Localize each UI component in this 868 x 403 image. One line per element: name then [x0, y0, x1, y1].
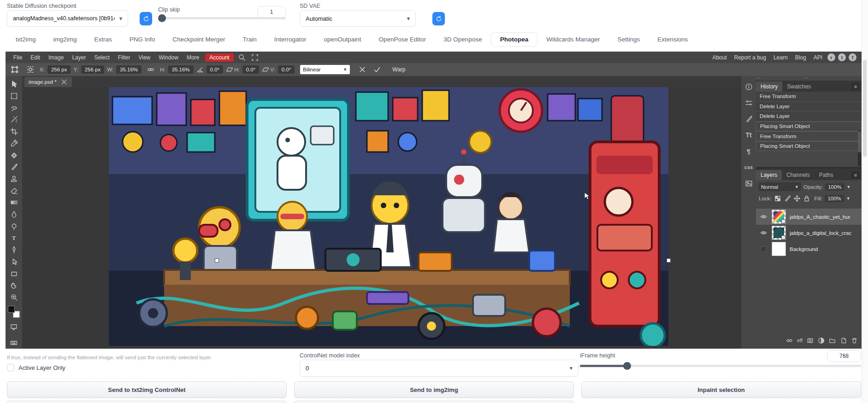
history-tab-swatches[interactable]: Swatches	[782, 82, 815, 92]
history-item[interactable]: Placing Smart Object	[756, 122, 862, 132]
link-icon[interactable]	[786, 337, 793, 344]
account-menu-item[interactable]: Account	[205, 53, 233, 62]
facebook-icon[interactable]: f	[849, 53, 856, 61]
sd-vae-select[interactable]: Automatic ▼	[300, 10, 416, 27]
tab-extensions[interactable]: Extensions	[649, 33, 697, 46]
menu-layer[interactable]: Layer	[68, 54, 90, 61]
fullscreen-icon[interactable]	[248, 54, 261, 61]
skew-v-field[interactable]: 0.0°	[278, 65, 295, 74]
fill-field[interactable]: 100%	[825, 195, 844, 202]
character-panel-icon[interactable]: Tt	[743, 130, 754, 140]
tab-txt2img[interactable]: txt2img	[7, 33, 45, 46]
move-tool[interactable]	[7, 78, 20, 90]
trash-icon[interactable]	[851, 337, 858, 344]
adjustment-icon[interactable]	[818, 337, 825, 344]
new-layer-icon[interactable]	[840, 337, 847, 344]
layers-tab-layers[interactable]: Layers	[756, 170, 782, 180]
menu-filter[interactable]: Filter	[114, 54, 135, 61]
history-tab-history[interactable]: History	[756, 82, 782, 92]
clip-skip-slider[interactable]	[159, 17, 286, 19]
clip-skip-input[interactable]: 1	[257, 6, 286, 18]
tab-openpose-editor[interactable]: OpenPose Editor	[370, 33, 435, 46]
path-select-tool[interactable]	[7, 256, 20, 268]
iframe-height-input[interactable]: 768	[827, 350, 861, 362]
link-api[interactable]: API	[810, 54, 826, 61]
page-scrollbar-thumb[interactable]	[863, 60, 867, 157]
foreground-color-swatch[interactable]	[8, 306, 15, 313]
collapse-left-icon[interactable]: ‹ ›	[757, 76, 761, 80]
active-layer-checkbox[interactable]	[7, 364, 14, 371]
clip-skip-slider-handle[interactable]	[158, 14, 166, 22]
iframe-height-slider[interactable]	[580, 365, 861, 367]
image-panel-icon[interactable]	[743, 178, 754, 188]
eyedropper-tool[interactable]	[7, 138, 20, 150]
opacity-caret-icon[interactable]: ▼	[847, 185, 851, 189]
cutoff-button[interactable]	[294, 401, 574, 403]
brush-panel-icon[interactable]	[743, 114, 754, 124]
menu-image[interactable]: Image	[44, 54, 68, 61]
gradient-tool[interactable]	[7, 197, 20, 209]
send-img2img-button[interactable]: Send to img2img	[294, 381, 574, 398]
menu-file[interactable]: File	[9, 54, 26, 61]
history-menu-icon[interactable]: ≡	[851, 83, 860, 90]
tab-extras[interactable]: Extras	[86, 33, 121, 46]
send-txt2img-controlnet-button[interactable]: Send to txt2img ControlNet	[7, 381, 287, 398]
search-icon[interactable]	[236, 54, 248, 61]
iframe-height-slider-handle[interactable]	[623, 362, 631, 370]
reddit-icon[interactable]: r	[827, 53, 835, 61]
skew-h-field[interactable]: 0.0°	[242, 65, 260, 74]
cancel-transform-icon[interactable]	[356, 66, 368, 73]
menu-view[interactable]: View	[134, 54, 154, 61]
rectangle-shape-tool[interactable]	[7, 268, 20, 280]
cutoff-button[interactable]	[7, 401, 287, 403]
history-item[interactable]: Free Transform	[756, 131, 862, 141]
tab-img2img[interactable]: img2img	[45, 33, 86, 46]
layers-tab-paths[interactable]: Paths	[815, 170, 838, 180]
type-tool[interactable]: T	[7, 232, 20, 244]
tab-settings[interactable]: Settings	[608, 33, 649, 46]
inpaint-selection-button[interactable]: Inpaint selection	[581, 381, 861, 398]
link-dimensions-icon[interactable]	[144, 66, 157, 73]
warp-button[interactable]: Warp	[392, 66, 405, 73]
canvas-area[interactable]	[22, 87, 741, 349]
menu-edit[interactable]: Edit	[26, 54, 44, 61]
paragraph-panel-icon[interactable]: ¶	[743, 146, 754, 156]
link-about[interactable]: About	[709, 54, 730, 61]
history-item[interactable]: Delete Layer	[756, 111, 862, 122]
history-item[interactable]: Delete Layer	[756, 102, 862, 112]
fill-caret-icon[interactable]: ▼	[846, 196, 850, 201]
refresh-vae-button[interactable]	[432, 12, 445, 25]
h-field[interactable]: 35.16%	[168, 65, 194, 74]
magic-wand-tool[interactable]	[7, 114, 20, 126]
tab-png-info[interactable]: PNG Info	[121, 33, 164, 46]
interpolation-select[interactable]: Bilinear ▼	[300, 65, 350, 74]
color-swatches[interactable]	[8, 306, 20, 317]
menu-window[interactable]: Window	[154, 54, 183, 61]
tab-interrogator[interactable]: Interrogator	[266, 33, 315, 46]
document-tab[interactable]: image.psd *	[24, 77, 72, 87]
transform-handle-right[interactable]	[667, 258, 671, 263]
eye-icon[interactable]	[759, 229, 768, 236]
refresh-checkpoint-button[interactable]	[140, 12, 152, 25]
mask-icon[interactable]	[807, 337, 814, 344]
confirm-transform-icon[interactable]	[371, 66, 383, 73]
angle-field[interactable]: 0.0°	[207, 65, 224, 74]
hand-tool[interactable]	[7, 280, 20, 292]
transform-handle-left[interactable]	[215, 258, 219, 263]
close-icon[interactable]	[60, 78, 68, 86]
eye-icon[interactable]	[759, 213, 768, 220]
layer-row-jaldps-a-digital-lock-crac[interactable]: jaldps_a_digital_lock_crac	[756, 225, 862, 241]
tab-train[interactable]: Train	[234, 33, 265, 46]
controlnet-index-select[interactable]: 0 ▼	[300, 360, 579, 377]
tab-openoutpaint[interactable]: openOutpaint	[315, 33, 370, 46]
healing-brush-tool[interactable]	[7, 149, 20, 161]
twitter-icon[interactable]: t	[838, 53, 846, 61]
keyboard-shortcuts-icon[interactable]	[7, 337, 20, 349]
history-scrollbar-thumb[interactable]	[858, 131, 861, 152]
layer-row-background[interactable]: Background	[756, 241, 862, 257]
brush-tool[interactable]	[7, 161, 20, 173]
collapse-mid-icon[interactable]: › ‹	[804, 76, 808, 80]
layer-effects-button[interactable]: eff	[797, 338, 803, 343]
x-field[interactable]: 256 px	[47, 65, 71, 74]
link-learn[interactable]: Learn	[770, 54, 791, 61]
